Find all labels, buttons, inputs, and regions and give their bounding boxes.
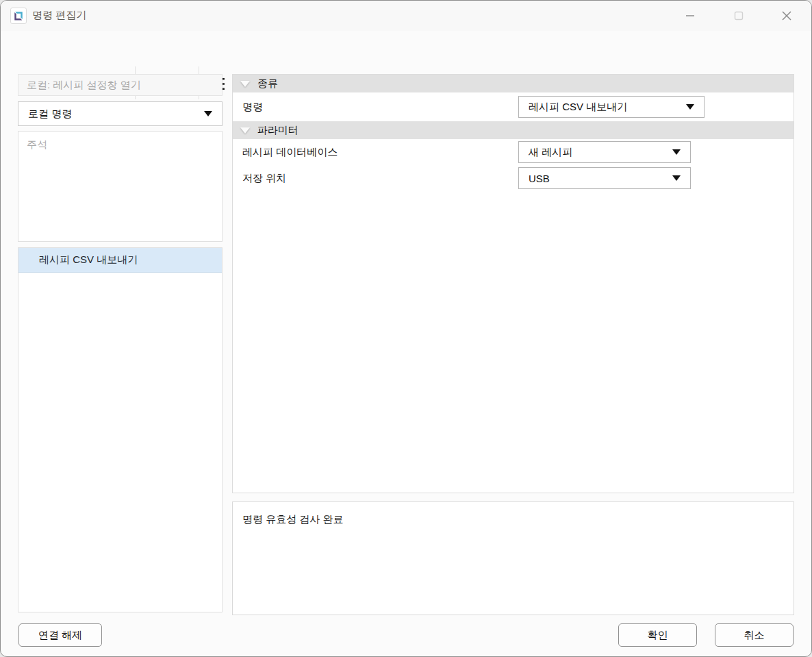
minimize-button[interactable] [676, 5, 704, 27]
command-editor-grid: 종류 명령 레시피 CSV 내보내기 파라미터 레시피 데이터베이스 새 레시피… [232, 74, 794, 493]
command-scope-value: 로컬 명령 [28, 108, 72, 121]
command-scope-dropdown[interactable]: 로컬 명령 [18, 101, 223, 126]
chevron-down-icon [672, 175, 681, 181]
minimize-icon [685, 11, 695, 21]
command-dropdown-value: 레시피 CSV 내보내기 [529, 101, 627, 114]
close-icon [781, 10, 792, 21]
toolbar [1, 31, 811, 73]
close-button[interactable] [773, 5, 800, 27]
save-location-value: USB [529, 173, 550, 184]
validation-status-box: 명령 유효성 검사 완료 [232, 501, 794, 615]
command-list: 레시피 CSV 내보내기 [18, 247, 223, 612]
property-label: 저장 위치 [242, 172, 286, 185]
section-title: 파라미터 [257, 124, 299, 137]
maximize-button[interactable] [725, 5, 752, 27]
validation-status-text: 명령 유효성 검사 완료 [242, 513, 344, 525]
window-title: 명령 편집기 [32, 9, 86, 22]
title-bar[interactable]: 명령 편집기 [1, 1, 811, 31]
recipe-database-dropdown[interactable]: 새 레시피 [518, 141, 691, 163]
disconnect-button[interactable]: 연결 해제 [18, 623, 102, 647]
section-title: 종류 [257, 77, 278, 90]
cancel-button[interactable]: 취소 [715, 623, 794, 647]
connection-target-field[interactable] [18, 74, 223, 96]
chevron-down-icon [686, 104, 694, 110]
property-row-recipe-database: 레시피 데이터베이스 새 레시피 [233, 139, 794, 165]
command-list-item-label: 레시피 CSV 내보내기 [39, 253, 138, 266]
property-row-command: 명령 레시피 CSV 내보내기 [233, 92, 794, 121]
chevron-down-icon [672, 149, 681, 155]
property-label: 명령 [242, 101, 263, 114]
property-row-save-location: 저장 위치 USB [233, 165, 794, 191]
recipe-database-value: 새 레시피 [529, 146, 572, 159]
maximize-icon [734, 11, 744, 21]
collapse-triangle-icon [240, 127, 250, 134]
command-dropdown[interactable]: 레시피 CSV 내보내기 [518, 96, 705, 118]
section-header-type[interactable]: 종류 [233, 75, 794, 92]
collapse-triangle-icon [240, 81, 250, 87]
app-logo-icon [10, 8, 27, 24]
comment-textarea[interactable] [18, 131, 223, 242]
command-editor-window: 명령 편집기 [0, 0, 812, 657]
ok-button[interactable]: 확인 [618, 623, 697, 647]
property-label: 레시피 데이터베이스 [242, 146, 338, 159]
command-list-item[interactable]: 레시피 CSV 내보내기 [18, 248, 222, 273]
section-header-parameters[interactable]: 파라미터 [233, 121, 794, 139]
chevron-down-icon [204, 111, 212, 116]
save-location-dropdown[interactable]: USB [518, 167, 691, 189]
